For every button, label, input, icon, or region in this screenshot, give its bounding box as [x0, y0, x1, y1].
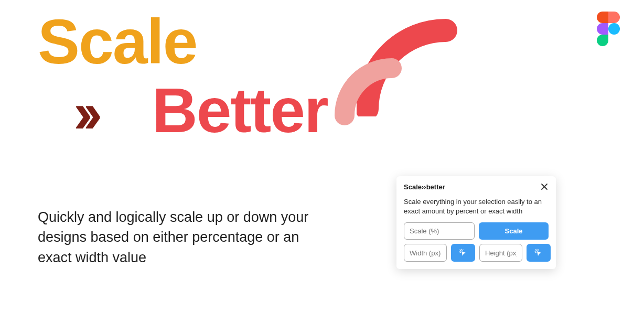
chevron-right-icon: › — [73, 80, 83, 145]
close-button[interactable] — [540, 183, 549, 191]
double-chevron-icon: ›› — [73, 84, 93, 142]
figma-logo-icon — [597, 12, 620, 46]
plugin-panel: Scale››better Scale everything in your s… — [396, 176, 556, 269]
width-input[interactable] — [404, 244, 447, 262]
hero-title-scale: Scale — [38, 5, 197, 78]
apply-height-button[interactable] — [527, 244, 551, 262]
scale-percent-input[interactable] — [404, 222, 475, 240]
close-icon — [541, 184, 548, 190]
hero-title-better: Better — [152, 79, 328, 142]
plugin-header: Scale››better — [396, 176, 556, 196]
tagline-text: Quickly and logically scale up or down y… — [38, 207, 331, 267]
plugin-title: Scale››better — [404, 183, 445, 191]
svg-point-0 — [608, 23, 620, 35]
height-input[interactable] — [479, 244, 522, 262]
plugin-row-scale: Scale — [404, 222, 549, 240]
apply-width-button[interactable] — [451, 244, 475, 262]
cursor-click-icon — [458, 248, 468, 257]
plugin-row-dimensions — [404, 244, 549, 262]
signal-arc-inner-icon — [333, 50, 412, 128]
plugin-body: Scale everything in your selection easil… — [396, 196, 556, 269]
cursor-click-icon — [534, 248, 543, 257]
plugin-description: Scale everything in your selection easil… — [404, 197, 549, 216]
chevron-right-icon: › — [83, 80, 93, 145]
scale-button[interactable]: Scale — [479, 222, 549, 240]
